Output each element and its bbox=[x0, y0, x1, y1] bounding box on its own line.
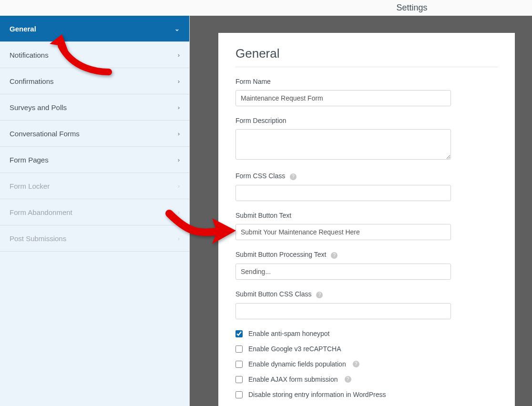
sidebar-item-form-locker[interactable]: Form Locker › bbox=[0, 173, 189, 199]
sidebar-item-surveys[interactable]: Surveys and Polls › bbox=[0, 94, 189, 121]
input-submit-button-text[interactable] bbox=[235, 224, 451, 240]
sidebar-item-label: Form Locker bbox=[10, 182, 50, 190]
textarea-form-description[interactable] bbox=[235, 129, 451, 160]
sidebar-item-label: Surveys and Polls bbox=[10, 103, 67, 112]
checkbox-ajax[interactable] bbox=[235, 376, 243, 383]
chevron-right-icon: › bbox=[178, 209, 180, 216]
sidebar-item-form-pages[interactable]: Form Pages › bbox=[0, 147, 189, 173]
field-form-css-class: Form CSS Class ? bbox=[235, 172, 498, 201]
help-icon[interactable]: ? bbox=[316, 292, 323, 298]
chevron-right-icon: › bbox=[178, 183, 180, 190]
chevron-down-icon: ⌄ bbox=[174, 25, 180, 32]
input-submit-button-css-class[interactable] bbox=[235, 303, 451, 319]
help-icon[interactable]: ? bbox=[331, 252, 338, 259]
sidebar-item-notifications[interactable]: Notifications › bbox=[0, 42, 189, 68]
chevron-right-icon: › bbox=[178, 130, 180, 137]
header: Settings bbox=[0, 0, 532, 16]
chevron-right-icon: › bbox=[178, 104, 180, 111]
chevron-right-icon: › bbox=[178, 78, 180, 85]
sidebar-item-label: Form Abandonment bbox=[10, 208, 72, 216]
sidebar-item-confirmations[interactable]: Confirmations › bbox=[0, 68, 189, 94]
input-submit-button-processing[interactable] bbox=[235, 264, 451, 280]
header-title: Settings bbox=[396, 3, 427, 13]
main-wrap: General Form Name Form Description Form … bbox=[190, 16, 532, 406]
checkbox-disable-storing[interactable] bbox=[235, 391, 243, 398]
checkbox-row-recaptcha: Enable Google v3 reCAPTCHA bbox=[235, 345, 498, 353]
checkbox-honeypot[interactable] bbox=[235, 330, 243, 337]
label-form-css-class: Form CSS Class ? bbox=[235, 172, 498, 180]
checkbox-recaptcha[interactable] bbox=[235, 345, 243, 353]
checkbox-label: Enable dynamic fields population bbox=[248, 360, 346, 368]
sidebar-item-label: Conversational Forms bbox=[10, 130, 80, 138]
help-icon[interactable]: ? bbox=[353, 361, 359, 367]
field-form-name: Form Name bbox=[235, 78, 498, 106]
field-submit-button-text: Submit Button Text bbox=[235, 212, 498, 240]
input-form-name[interactable] bbox=[235, 90, 451, 106]
field-submit-button-processing: Submit Button Processing Text ? bbox=[235, 251, 498, 280]
field-submit-button-css-class: Submit Button CSS Class ? bbox=[235, 290, 498, 319]
help-icon[interactable]: ? bbox=[290, 173, 297, 180]
checkbox-row-ajax: Enable AJAX form submission ? bbox=[235, 376, 498, 383]
checkbox-label: Disable storing entry information in Wor… bbox=[248, 391, 386, 398]
input-form-css-class[interactable] bbox=[235, 185, 451, 201]
chevron-right-icon: › bbox=[178, 156, 180, 163]
label-form-name: Form Name bbox=[235, 78, 498, 85]
label-text: Submit Button CSS Class bbox=[235, 290, 312, 298]
label-form-description: Form Description bbox=[235, 117, 498, 124]
sidebar-item-form-abandonment[interactable]: Form Abandonment › bbox=[0, 199, 189, 225]
settings-panel: General Form Name Form Description Form … bbox=[218, 33, 515, 406]
checkbox-row-dynamic: Enable dynamic fields population ? bbox=[235, 360, 498, 368]
sidebar-item-label: General bbox=[10, 25, 36, 33]
sidebar-item-general[interactable]: General ⌄ bbox=[0, 16, 189, 42]
field-form-description: Form Description bbox=[235, 117, 498, 162]
label-submit-button-text: Submit Button Text bbox=[235, 212, 498, 219]
sidebar-item-post-submissions[interactable]: Post Submissions › bbox=[0, 225, 189, 252]
panel-heading: General bbox=[235, 46, 498, 67]
sidebar-item-label: Notifications bbox=[10, 51, 49, 59]
label-text: Submit Button Processing Text bbox=[235, 251, 326, 258]
sidebar-item-label: Form Pages bbox=[10, 156, 49, 164]
label-submit-button-css-class: Submit Button CSS Class ? bbox=[235, 290, 498, 298]
label-submit-button-processing: Submit Button Processing Text ? bbox=[235, 251, 498, 259]
chevron-right-icon: › bbox=[178, 51, 180, 59]
body: General ⌄ Notifications › Confirmations … bbox=[0, 16, 532, 406]
checkbox-row-honeypot: Enable anti-spam honeypot bbox=[235, 330, 498, 337]
chevron-right-icon: › bbox=[178, 235, 180, 242]
sidebar-item-label: Confirmations bbox=[10, 77, 54, 85]
label-text: Form CSS Class bbox=[235, 172, 285, 180]
sidebar: General ⌄ Notifications › Confirmations … bbox=[0, 16, 190, 406]
checkbox-label: Enable AJAX form submission bbox=[248, 376, 338, 383]
checkbox-label: Enable Google v3 reCAPTCHA bbox=[248, 345, 341, 353]
sidebar-item-label: Post Submissions bbox=[10, 234, 66, 243]
checkbox-dynamic[interactable] bbox=[235, 361, 243, 368]
checkbox-label: Enable anti-spam honeypot bbox=[248, 330, 329, 337]
checkbox-row-disable-storing: Disable storing entry information in Wor… bbox=[235, 391, 498, 398]
app: Settings General ⌄ Notifications › Confi… bbox=[0, 0, 532, 406]
help-icon[interactable]: ? bbox=[345, 376, 351, 383]
sidebar-item-conversational[interactable]: Conversational Forms › bbox=[0, 121, 189, 147]
